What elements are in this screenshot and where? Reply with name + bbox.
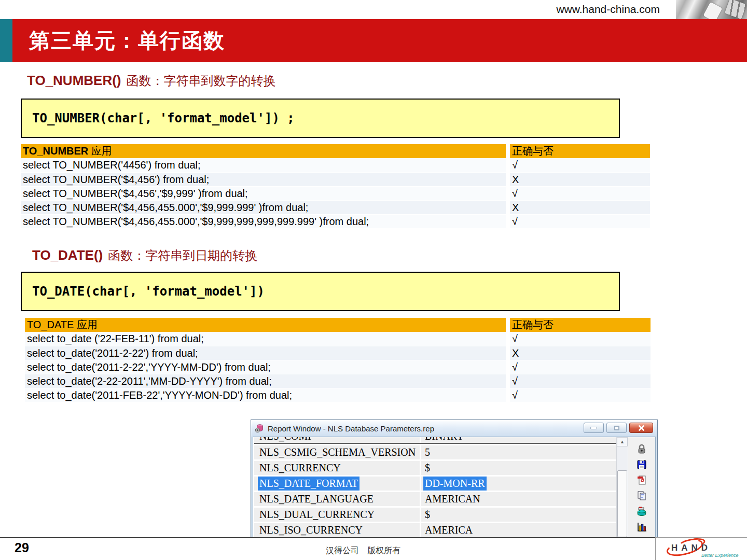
result-cell: √ [510,158,650,172]
website-url: www.hand-china.com [519,3,660,16]
result-cell: √ [510,186,650,200]
nls-row[interactable]: NLS_ISO_CURRENCY AMERICA [254,523,617,537]
nls-value: $ [423,508,432,522]
to-number-desc: 函数：字符串到数字的转换 [127,74,276,88]
table-row: select TO_NUMBER('$4,456') from dual;X [21,172,650,186]
to-date-fn-label: TO_DATE() [32,247,103,263]
table-row: select to_date('2011-2-22','YYYY-MM-DD')… [25,360,651,374]
sql-cell: select to_date('2011-2-22') from dual; [25,346,506,360]
sql-cell: select TO_NUMBER('$4,456,455.000','$9,99… [21,200,506,214]
nls-value: 5 [423,445,432,459]
nls-name: NLS_COMP [258,437,315,443]
sql-cell: select to_date ('22-FEB-11') from dual; [25,332,506,346]
column-divider [506,144,510,158]
table-header-fn: TO_DATE [27,319,74,330]
nls-row[interactable]: NLS_CURRENCY $ [254,461,617,475]
table-header-app: TO_DATE 应用 [25,318,506,332]
maximize-icon [614,426,619,430]
table-header-suffix: 应用 [88,145,112,157]
column-divider [506,172,510,186]
column-divider [506,318,510,332]
nls-value: BINARY [423,437,466,443]
to-number-heading: TO_NUMBER()函数：字符串到数字的转换 [27,73,276,89]
minimize-button[interactable] [584,423,604,433]
scroll-up-button[interactable]: ▲ [617,437,628,446]
sql-cell: select to_date('2011-2-22','YYYY-MM-DD')… [25,360,506,374]
nls-name: NLS_ISO_CURRENCY [258,523,364,537]
table-header-result: 正确与否 [510,318,651,332]
nls-row[interactable]: NLS_DUAL_CURRENCY $ [254,508,617,522]
report-toolbar [628,437,655,537]
column-divider [506,332,510,346]
nls-value: $ [423,461,432,475]
nls-name: NLS_CURRENCY [258,461,342,475]
to-date-syntax: TO_DATE(char[, 'format_model']) [22,273,619,310]
maximize-button[interactable] [606,423,627,433]
sql-cell: select to_date('2011-FEB-22','YYYY-MON-D… [25,388,506,402]
table-header-row: TO_DATE 应用 正确与否 [25,318,651,332]
result-cell: √ [510,374,651,388]
sql-cell: select to_date('2-22-2011','MM-DD-YYYY')… [25,374,506,388]
table-row: select TO_NUMBER('$4,456,455.000','$9,99… [21,200,650,214]
window-controls [584,423,653,433]
page-number: 29 [15,540,29,555]
nls-parameters-table: NLS_COMP BINARY NLS_CSMIG_SCHEMA_VERSION… [254,437,617,538]
logo-tagline: Better Experience [701,553,739,558]
to-date-desc: 函数：字符串到日期的转换 [108,249,257,262]
table-header-fn: TO_NUMBER [23,145,88,157]
column-divider [506,360,510,374]
nls-value: AMERICAN [423,492,482,506]
nls-row[interactable]: NLS_CSMIG_SCHEMA_VERSION 5 [254,445,617,459]
column-divider [506,374,510,388]
scrollbar-thumb[interactable] [617,470,627,537]
nls-row-clipped[interactable]: NLS_COMP BINARY [254,437,617,444]
nls-name: NLS_DATE_FORMAT [258,477,359,491]
chart-icon[interactable] [636,521,647,533]
result-cell: X [510,172,650,186]
table-row: select TO_NUMBER('$4,456','$9,999' )from… [21,186,650,200]
table-row: select to_date('2011-2-22') from dual;X [25,346,651,360]
table-header-suffix: 应用 [74,319,98,330]
vertical-scrollbar[interactable]: ▲ [616,437,628,537]
report-window: Report Window - NLS Database Parameters.… [251,419,658,538]
banner-accent-bar [0,19,12,62]
minimize-icon [590,427,597,429]
to-date-table: TO_DATE 应用 正确与否 select to_date ('22-FEB-… [25,318,651,402]
scroll-up-icon: ▲ [620,439,625,444]
save-icon[interactable] [636,459,647,470]
table-header-result: 正确与否 [510,144,650,158]
to-number-table: TO_NUMBER 应用 正确与否 select TO_NUMBER('4456… [21,144,650,228]
nls-row[interactable]: NLS_DATE_LANGUAGE AMERICAN [254,492,617,506]
copy-icon[interactable] [636,490,647,501]
nls-value: AMERICA [423,523,474,537]
nls-name: NLS_DATE_LANGUAGE [258,492,375,506]
to-number-syntax: TO_NUMBER(char[, 'format_model']) ; [22,100,619,137]
print-icon[interactable] [636,506,647,517]
column-divider [506,186,510,200]
column-divider [506,346,510,360]
to-number-fn-label: TO_NUMBER() [27,73,121,88]
table-row: select TO_NUMBER('4456') from dual;√ [21,158,650,172]
title-banner: 第三单元：单行函数 [12,19,747,62]
window-titlebar[interactable]: Report Window - NLS Database Parameters.… [251,420,657,437]
column-divider [506,158,510,172]
nls-name: NLS_CSMIG_SCHEMA_VERSION [258,445,417,459]
result-cell: √ [510,332,651,346]
pdf-export-icon[interactable] [636,474,647,486]
table-row: select to_date('2011-FEB-22','YYYY-MON-D… [25,388,651,402]
nls-value: DD-MON-RR [423,477,487,491]
logo-text: HAND [671,543,711,553]
table-header-row: TO_NUMBER 应用 正确与否 [21,144,650,158]
nls-row-selected[interactable]: NLS_DATE_FORMAT DD-MON-RR [254,477,617,491]
report-content-area: NLS_COMP BINARY NLS_CSMIG_SCHEMA_VERSION… [253,437,656,538]
table-row: select to_date ('22-FEB-11') from dual;√ [25,332,651,346]
result-cell: X [510,200,650,214]
column-divider [506,388,510,402]
table-header-app: TO_NUMBER 应用 [21,144,506,158]
copyright-text: 汉得公司 版权所有 [285,545,441,556]
column-divider [506,214,510,228]
sql-cell: select TO_NUMBER('$4,456,455.000','$9,99… [21,214,506,228]
lock-icon[interactable] [636,443,647,455]
close-button[interactable] [629,423,653,433]
table-row: select to_date('2-22-2011','MM-DD-YYYY')… [25,374,651,388]
